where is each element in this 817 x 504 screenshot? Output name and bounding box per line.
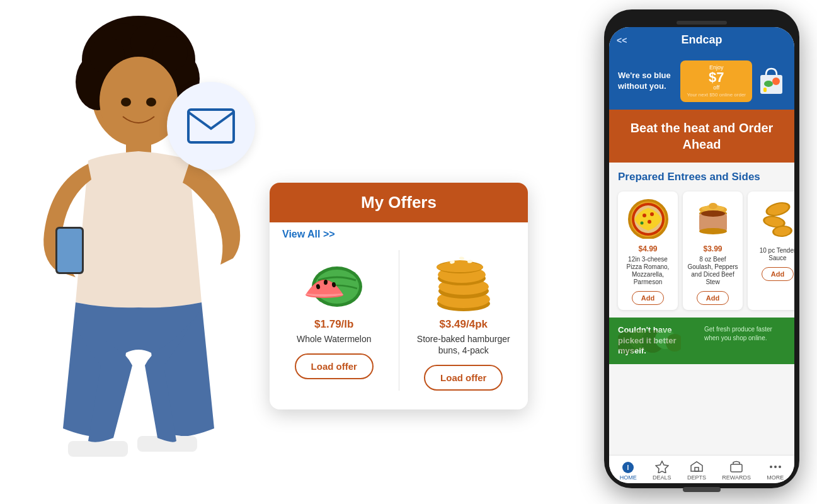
badge-sub: Your next $50 online order bbox=[687, 92, 746, 98]
svg-point-46 bbox=[640, 222, 643, 225]
deals-icon bbox=[654, 461, 670, 473]
email-circle bbox=[167, 82, 255, 170]
svg-rect-69 bbox=[695, 467, 699, 471]
offer-divider bbox=[399, 250, 399, 391]
home-icon: I bbox=[620, 461, 636, 473]
svg-point-73 bbox=[779, 466, 781, 468]
banner-blue-text: We're so blue without you. bbox=[618, 71, 675, 92]
phone-header: << Endcap bbox=[609, 27, 794, 53]
banner-green: Couldn't have picked it better myself. G… bbox=[609, 318, 794, 365]
products-scroll[interactable]: $4.99 12in 3-cheese Pizza Romano, Mozzar… bbox=[609, 188, 794, 318]
watermelon-price: $1.79/lb bbox=[314, 318, 353, 331]
product-card-tenders: 10 pc Tender Sauce Add bbox=[748, 192, 794, 310]
svg-point-50 bbox=[699, 228, 727, 234]
tenders-name: 10 pc Tender Sauce bbox=[751, 247, 794, 262]
phone-nav: I HOME DEALS bbox=[609, 455, 794, 483]
phone-back-button[interactable]: << bbox=[617, 35, 627, 45]
product-card-pizza: $4.99 12in 3-cheese Pizza Romano, Mozzar… bbox=[618, 192, 678, 310]
offer-item-buns: $3.49/4pk Store-baked hamburger buns, 4-… bbox=[406, 244, 522, 397]
svg-rect-13 bbox=[57, 229, 82, 272]
svg-point-72 bbox=[774, 466, 777, 468]
nav-label-rewards: REWARDS bbox=[722, 474, 751, 481]
svg-point-37 bbox=[772, 77, 780, 85]
offers-products-list: $1.79/lb Whole Watermelon Load offer bbox=[270, 244, 528, 410]
phone-mockup: << Endcap We're so blue without you. Enj… bbox=[604, 9, 799, 488]
pizza-image bbox=[624, 197, 671, 241]
add-tenders-button[interactable]: Add bbox=[762, 267, 794, 281]
offers-card-title: My Offers bbox=[270, 183, 528, 222]
svg-point-38 bbox=[764, 81, 773, 87]
banner-blue: We're so blue without you. Enjoy $7 off … bbox=[609, 53, 794, 110]
view-all-link[interactable]: View All >> bbox=[270, 222, 528, 244]
pizza-name: 12in 3-cheese Pizza Romano, Mozzarella, … bbox=[622, 256, 674, 286]
svg-text:I: I bbox=[627, 464, 629, 471]
svg-point-10 bbox=[121, 98, 131, 106]
svg-rect-70 bbox=[731, 464, 742, 472]
nav-item-depts[interactable]: DEPTS bbox=[687, 461, 706, 481]
svg-point-54 bbox=[701, 210, 725, 217]
watermelon-icon bbox=[299, 252, 369, 312]
pizza-price: $4.99 bbox=[638, 244, 657, 253]
phone-content[interactable]: We're so blue without you. Enjoy $7 off … bbox=[609, 53, 794, 455]
svg-point-71 bbox=[770, 466, 772, 468]
goulash-price: $3.99 bbox=[703, 244, 722, 253]
add-goulash-button[interactable]: Add bbox=[697, 291, 729, 305]
hamburger-buns-icon bbox=[427, 252, 500, 312]
svg-marker-68 bbox=[656, 461, 668, 473]
chicken-tenders-icon bbox=[760, 200, 794, 238]
svg-rect-16 bbox=[68, 441, 128, 457]
watermelon-name: Whole Watermelon bbox=[297, 333, 372, 345]
offer-item-watermelon: $1.79/lb Whole Watermelon Load offer bbox=[276, 244, 392, 397]
banner-orange: Beat the heat and Order Ahead bbox=[609, 110, 794, 163]
phone-screen: << Endcap We're so blue without you. Enj… bbox=[609, 27, 794, 483]
svg-point-32 bbox=[437, 262, 483, 272]
phone-home-button[interactable] bbox=[683, 487, 721, 492]
nav-label-deals: DEALS bbox=[653, 474, 671, 481]
nav-label-more: MORE bbox=[767, 474, 784, 481]
svg-point-11 bbox=[146, 98, 156, 106]
buns-price: $3.49/4pk bbox=[439, 318, 488, 331]
tenders-image bbox=[754, 197, 794, 241]
nav-item-home[interactable]: I HOME bbox=[620, 461, 637, 481]
svg-rect-18 bbox=[188, 110, 234, 142]
bowl-icon bbox=[694, 200, 732, 238]
product-card-goulash: $3.99 8 oz Beef Goulash, Peppers and Dic… bbox=[683, 192, 743, 310]
buns-name: Store-baked hamburger buns, 4-pack bbox=[412, 333, 516, 356]
svg-point-45 bbox=[648, 220, 651, 224]
goulash-name: 8 oz Beef Goulash, Peppers and Diced Bee… bbox=[687, 256, 739, 286]
buns-image bbox=[426, 250, 501, 313]
nav-label-depts: DEPTS bbox=[687, 474, 706, 481]
badge-amount: $7 bbox=[687, 71, 746, 84]
pizza-icon bbox=[627, 198, 670, 239]
badge-off: off bbox=[687, 84, 746, 91]
svg-point-53 bbox=[709, 203, 717, 209]
svg-rect-39 bbox=[763, 88, 767, 92]
offers-card: My Offers View All >> bbox=[270, 183, 528, 410]
discount-badge: Enjoy $7 off Your next $50 online order bbox=[680, 60, 752, 102]
rewards-icon bbox=[729, 461, 744, 473]
produce-background bbox=[618, 324, 681, 358]
more-icon bbox=[768, 461, 783, 473]
nav-label-home: HOME bbox=[620, 474, 637, 481]
section-title: Prepared Entrees and Sides bbox=[609, 163, 794, 188]
goulash-image bbox=[689, 197, 736, 241]
nav-item-more[interactable]: MORE bbox=[767, 461, 784, 481]
phone-notch bbox=[677, 21, 727, 25]
svg-point-34 bbox=[459, 256, 465, 260]
svg-point-44 bbox=[650, 212, 654, 216]
svg-point-43 bbox=[643, 214, 646, 217]
email-icon bbox=[186, 107, 236, 145]
watermelon-image bbox=[296, 250, 372, 313]
grocery-bag-icon bbox=[757, 64, 786, 98]
nav-item-deals[interactable]: DEALS bbox=[653, 461, 671, 481]
load-offer-watermelon-button[interactable]: Load offer bbox=[295, 353, 374, 379]
banner-green-subtext: Get fresh produce faster when you shop o… bbox=[704, 325, 786, 357]
nav-item-rewards[interactable]: REWARDS bbox=[722, 461, 751, 481]
load-offer-buns-button[interactable]: Load offer bbox=[424, 365, 503, 391]
depts-icon bbox=[689, 461, 704, 473]
svg-point-8 bbox=[100, 57, 178, 145]
phone-title: Endcap bbox=[681, 33, 722, 47]
add-pizza-button[interactable]: Add bbox=[632, 291, 664, 305]
